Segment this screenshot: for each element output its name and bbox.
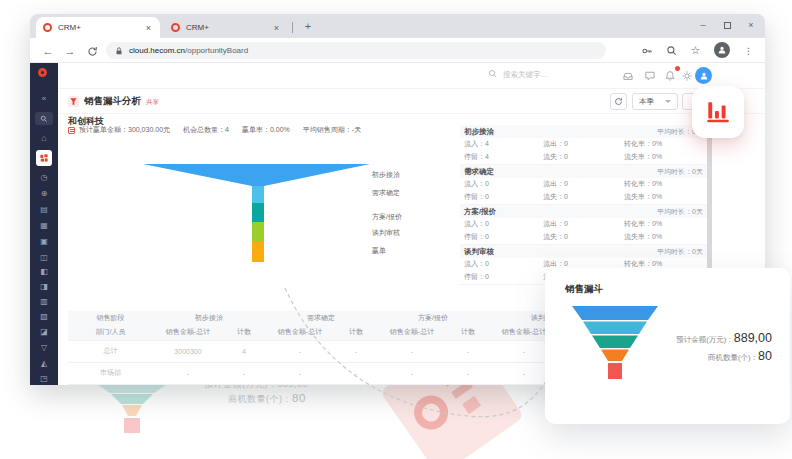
amount-link[interactable]: 3000300 bbox=[153, 340, 223, 362]
sidebar-collapse-icon[interactable]: « bbox=[30, 91, 58, 105]
sidebar-icon[interactable]: ◷ bbox=[30, 170, 58, 184]
close-window-button[interactable]: × bbox=[739, 14, 763, 36]
period-select[interactable]: 本季 bbox=[632, 93, 678, 110]
browser-tab-inactive[interactable]: CRM+ × bbox=[164, 17, 288, 38]
funnel-label-3: 方案/报价 bbox=[372, 212, 424, 222]
count-link[interactable]: 4 bbox=[223, 340, 265, 362]
funnel-stage-3-shape[interactable] bbox=[252, 203, 264, 222]
department-link[interactable]: 市场部 bbox=[68, 362, 153, 384]
browser-tab-active[interactable]: CRM+ × bbox=[36, 17, 160, 38]
url-bar[interactable]: cloud.hecom.cn/opportunityBoard bbox=[106, 42, 606, 59]
back-button[interactable]: ← bbox=[40, 43, 56, 59]
tab-separator bbox=[292, 22, 293, 33]
page-title-group: 销售漏斗分析 共享 bbox=[68, 95, 159, 108]
bookmark-star-icon[interactable]: ☆ bbox=[687, 42, 704, 59]
report-shortcut-card[interactable] bbox=[692, 86, 744, 138]
sidebar-icon[interactable]: ⊕ bbox=[30, 186, 58, 200]
sidebar-icon[interactable]: ◭ bbox=[30, 356, 58, 370]
chat-icon[interactable] bbox=[642, 68, 658, 84]
sidebar-icon[interactable]: ◫ bbox=[30, 250, 58, 264]
tab-close-icon[interactable]: × bbox=[272, 23, 281, 33]
stage-block-1: 初步接洽平均时长：0天 流入：4流出：0转化率：0% 停留：4流失：0流失率：0… bbox=[460, 125, 707, 165]
funnel-label-4: 谈判审核 bbox=[372, 228, 424, 238]
url-path: /opportunityBoard bbox=[185, 46, 248, 55]
stage-avg: 平均时长：0天 bbox=[657, 207, 703, 217]
search-icon bbox=[488, 69, 498, 79]
stage-name: 需求确定 bbox=[464, 167, 494, 177]
notification-bell-icon[interactable] bbox=[662, 68, 678, 84]
ghost-funnel-graphic bbox=[92, 382, 174, 434]
inbox-icon[interactable] bbox=[620, 68, 636, 84]
address-bar: ← → cloud.hecom.cn/opportunityBoard ☆ bbox=[30, 38, 765, 63]
stage-col-header: 销售阶段 bbox=[68, 311, 153, 325]
funnel-stage-5-shape[interactable] bbox=[252, 241, 264, 262]
key-icon[interactable] bbox=[638, 42, 655, 59]
period-value: 本季 bbox=[639, 97, 654, 107]
hecom-favicon-icon bbox=[43, 23, 52, 32]
stat-expected-amount: 预计赢单金额：300,030.00元 bbox=[79, 125, 170, 135]
card-metric-amount: 预计金额(万元)：889,00 bbox=[676, 328, 772, 346]
sidebar-icon[interactable]: ◧ bbox=[30, 264, 58, 278]
summary-stats: 预计赢单金额：300,030.00元 机会总数量：4 赢单率：0.00% 平均销… bbox=[68, 125, 374, 135]
stage-name: 初步接洽 bbox=[464, 127, 494, 137]
sidebar-icon[interactable]: ▽ bbox=[30, 340, 58, 354]
funnel-stage-1-shape[interactable] bbox=[143, 164, 370, 186]
stat-opportunity-count: 机会总数量：4 bbox=[183, 125, 229, 135]
sidebar-icon[interactable]: ▤ bbox=[30, 202, 58, 216]
person-col-header: 部门/人员 bbox=[68, 325, 153, 340]
tab-close-icon[interactable]: × bbox=[144, 23, 153, 33]
new-tab-button[interactable]: + bbox=[299, 17, 317, 35]
browser-profile-avatar[interactable] bbox=[714, 42, 730, 58]
card-title: 销售漏斗 bbox=[565, 283, 603, 296]
stage-avg: 平均时长：0天 bbox=[657, 247, 703, 257]
funnel-stage-4-shape[interactable] bbox=[252, 222, 264, 241]
app-sidebar: « ⌂ ◷ ⊕ ▤ ▦ ▣ ◫ ◧ ◨ ▥ ▧ ◪ ▽ ◭ bbox=[30, 63, 58, 385]
settings-gear-icon[interactable] bbox=[679, 68, 695, 84]
maximize-button[interactable] bbox=[715, 14, 739, 36]
chevron-down-icon bbox=[665, 100, 671, 103]
user-avatar[interactable] bbox=[695, 67, 712, 84]
tab-title: CRM+ bbox=[58, 23, 144, 32]
sidebar-icon[interactable]: ▣ bbox=[30, 234, 58, 248]
search-input[interactable] bbox=[503, 70, 598, 79]
card-funnel-graphic bbox=[570, 306, 680, 396]
minimize-button[interactable]: – bbox=[691, 14, 715, 36]
stamp-ring bbox=[407, 389, 454, 436]
funnel-label-2: 需求确定 bbox=[372, 188, 424, 198]
window-controls: – × bbox=[691, 14, 763, 36]
maximize-icon bbox=[724, 22, 731, 29]
sidebar-active-item-icon[interactable] bbox=[36, 150, 52, 166]
summary-list-icon bbox=[68, 127, 75, 134]
app-logo-icon bbox=[38, 68, 47, 77]
page-tag: 共享 bbox=[146, 98, 159, 107]
zoom-icon[interactable] bbox=[663, 42, 680, 59]
browser-tab-strip: CRM+ × CRM+ × + – × bbox=[30, 14, 765, 38]
stat-avg-cycle: 平均销售周期：-天 bbox=[303, 125, 361, 135]
browser-menu-icon[interactable]: ⋮ bbox=[740, 42, 757, 59]
global-search[interactable] bbox=[488, 69, 598, 79]
sidebar-icon[interactable]: ▧ bbox=[30, 309, 58, 323]
page-title: 销售漏斗分析 bbox=[84, 95, 141, 108]
stage-stats-panel: 初步接洽平均时长：0天 流入：4流出：0转化率：0% 停留：4流失：0流失率：0… bbox=[460, 125, 707, 285]
sidebar-icon[interactable]: ◨ bbox=[30, 279, 58, 293]
funnel-stage-2-shape[interactable] bbox=[252, 186, 264, 203]
page-toolbar: 销售漏斗分析 共享 本季 bbox=[58, 89, 765, 114]
sidebar-search-icon[interactable] bbox=[35, 112, 53, 125]
sidebar-icon[interactable]: ▥ bbox=[30, 294, 58, 308]
sidebar-home-icon[interactable]: ⌂ bbox=[30, 131, 58, 145]
stat-win-rate: 赢单率：0.00% bbox=[242, 125, 290, 135]
stage-avg: 平均时长：0天 bbox=[657, 167, 703, 177]
sidebar-icon[interactable]: ▦ bbox=[30, 218, 58, 232]
stage-name: 谈判审核 bbox=[464, 247, 494, 257]
page-scrollbar[interactable] bbox=[707, 120, 712, 292]
reload-button[interactable] bbox=[84, 43, 100, 59]
funnel-report-icon bbox=[68, 96, 79, 107]
app-header bbox=[58, 63, 765, 89]
screenshot-canvas: 预计金额(万元)：889,00 商机数量(个)：80 CRM+ × CRM+ × bbox=[0, 0, 792, 459]
sidebar-icon[interactable]: ◪ bbox=[30, 324, 58, 338]
refresh-button[interactable] bbox=[610, 93, 627, 110]
row-label: 总计 bbox=[68, 340, 153, 362]
forward-button[interactable]: → bbox=[62, 43, 78, 59]
sidebar-icon[interactable]: ◳ bbox=[30, 371, 58, 385]
funnel-label-1: 初步接洽 bbox=[372, 170, 424, 180]
